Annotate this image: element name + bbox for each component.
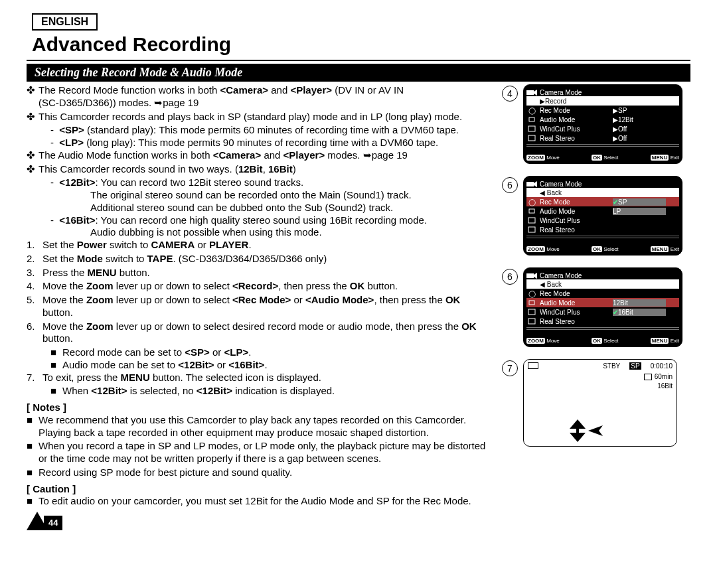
lcd-screen-audiomode-select: Camera Mode ◀ Back ◯Rec Mode Audio Mode1… — [523, 267, 682, 347]
step-circle-6a: 6 — [502, 177, 518, 193]
notes-heading: [ Notes ] — [27, 402, 490, 414]
svg-rect-13 — [528, 309, 535, 315]
svg-marker-1 — [534, 90, 537, 96]
svg-marker-11 — [534, 273, 537, 279]
svg-rect-10 — [526, 273, 534, 278]
svg-rect-12 — [529, 301, 534, 305]
language-tag: ENGLISH — [32, 13, 98, 31]
svg-rect-0 — [526, 90, 534, 95]
page-number-badge: 44 — [27, 512, 490, 533]
direction-indicator-icon — [570, 419, 603, 442]
lcd-screen-standby: STBY SP 0:00:10 60min 16Bit — [523, 359, 677, 447]
svg-rect-3 — [528, 126, 535, 131]
svg-rect-8 — [528, 218, 535, 223]
tape-icon — [644, 374, 652, 380]
lcd-screen-record-menu: Camera Mode ▶Record ◯Rec Mode▶SP Audio M… — [523, 84, 682, 164]
battery-icon — [528, 362, 538, 369]
svg-rect-14 — [528, 319, 535, 324]
caution-heading: [ Caution ] — [27, 483, 490, 496]
page-title: Advanced Recording — [32, 33, 690, 56]
section-subtitle: Selecting the Record Mode & Audio Mode — [27, 64, 690, 82]
main-text-column: ✤ The Record Mode function works in both… — [27, 84, 490, 533]
svg-rect-7 — [529, 209, 534, 213]
lcd-screen-recmode-select: Camera Mode ◀ Back ◯Rec Mode✔SP Audio Mo… — [523, 176, 682, 256]
svg-rect-9 — [528, 227, 535, 232]
svg-rect-4 — [528, 135, 535, 141]
svg-rect-2 — [529, 117, 534, 121]
step-circle-4: 4 — [502, 86, 518, 102]
svg-marker-16 — [588, 425, 603, 436]
step-circle-6b: 6 — [502, 269, 518, 285]
svg-marker-15 — [570, 419, 586, 442]
step-circle-7: 7 — [502, 360, 518, 376]
screenshots-column: 4 Camera Mode ▶Record ◯Rec Mode▶SP Audio… — [502, 84, 688, 533]
svg-marker-6 — [534, 181, 537, 187]
svg-rect-5 — [526, 182, 534, 186]
